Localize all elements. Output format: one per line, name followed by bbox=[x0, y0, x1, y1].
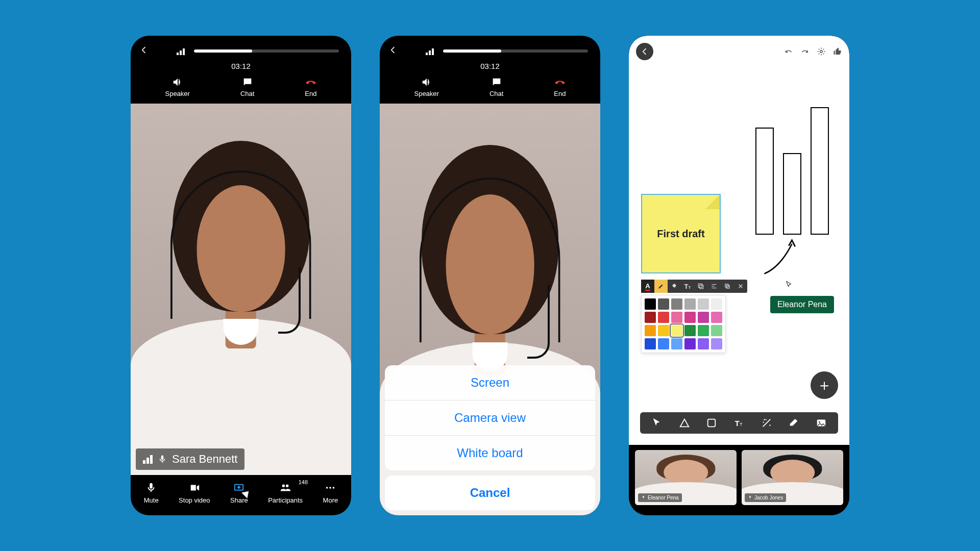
color-swatch[interactable] bbox=[658, 325, 669, 336]
redo-icon[interactable] bbox=[800, 47, 810, 56]
color-swatch[interactable] bbox=[671, 338, 682, 349]
select-tool-icon[interactable] bbox=[651, 417, 663, 429]
layer-button[interactable] bbox=[721, 280, 734, 293]
thumbs-up-icon[interactable] bbox=[833, 47, 842, 56]
text-tool-icon[interactable]: TT bbox=[733, 417, 745, 429]
shape-triangle-icon[interactable] bbox=[679, 417, 690, 429]
call-topbar bbox=[380, 36, 600, 60]
color-swatch[interactable] bbox=[671, 298, 682, 310]
chat-button[interactable]: Chat bbox=[489, 77, 503, 97]
end-label: End bbox=[305, 90, 316, 97]
color-swatch[interactable] bbox=[711, 338, 722, 349]
color-swatch[interactable] bbox=[711, 298, 722, 310]
copy-button[interactable] bbox=[694, 280, 707, 293]
color-swatch[interactable] bbox=[698, 312, 709, 323]
remote-user-label: Eleanor Pena bbox=[770, 296, 834, 313]
more-icon bbox=[325, 482, 336, 493]
signal-icon bbox=[426, 47, 434, 55]
color-swatch[interactable] bbox=[645, 338, 656, 349]
chat-button[interactable]: Chat bbox=[240, 77, 254, 97]
color-swatch[interactable] bbox=[698, 325, 709, 336]
settings-icon[interactable] bbox=[817, 47, 826, 56]
share-cancel-button[interactable]: Cancel bbox=[385, 475, 595, 510]
signal-icon bbox=[177, 47, 185, 55]
text-format-toolbar: A TT bbox=[641, 280, 747, 293]
thumb-name: Jacob Jones bbox=[754, 495, 783, 500]
end-call-button[interactable]: End bbox=[305, 77, 316, 97]
mic-icon bbox=[158, 455, 167, 464]
svg-text:T: T bbox=[735, 419, 740, 428]
participants-button[interactable]: 148 Participants bbox=[268, 482, 303, 504]
participants-count-badge: 148 bbox=[299, 479, 308, 485]
sticky-note[interactable]: First draft bbox=[641, 194, 721, 273]
phone-call-main: 03:12 Speaker Chat End Sara Bennett Mute bbox=[131, 36, 351, 515]
sketch-arrow[interactable] bbox=[757, 235, 803, 281]
color-swatch[interactable] bbox=[671, 312, 682, 323]
share-action-sheet: Screen Camera view White board Cancel bbox=[380, 104, 600, 515]
undo-icon[interactable] bbox=[784, 47, 793, 56]
call-progress[interactable] bbox=[443, 49, 588, 53]
sketch-bars[interactable] bbox=[755, 107, 829, 235]
speaker-label: Speaker bbox=[414, 90, 438, 97]
participants-label: Participants bbox=[268, 496, 303, 504]
participant-thumb-2[interactable]: Jacob Jones bbox=[742, 450, 843, 505]
back-button[interactable] bbox=[138, 45, 150, 57]
end-call-button[interactable]: End bbox=[554, 77, 566, 97]
color-swatch[interactable] bbox=[658, 312, 669, 323]
color-swatch[interactable] bbox=[711, 312, 722, 323]
color-swatch[interactable] bbox=[684, 298, 696, 310]
mic-icon bbox=[145, 482, 157, 493]
speaker-button[interactable]: Speaker bbox=[165, 77, 189, 97]
color-swatch[interactable] bbox=[645, 325, 656, 336]
whiteboard-canvas[interactable]: First draft A TT Eleanor Pena ＋ T bbox=[629, 36, 849, 445]
add-element-fab[interactable]: ＋ bbox=[811, 371, 838, 399]
more-button[interactable]: More bbox=[323, 482, 338, 504]
call-timer: 03:12 bbox=[131, 62, 351, 70]
text-size-button[interactable]: TT bbox=[681, 280, 694, 293]
magic-tool-icon[interactable] bbox=[761, 417, 772, 429]
share-screen-option[interactable]: Screen bbox=[385, 365, 595, 400]
eraser-tool-icon[interactable] bbox=[788, 417, 799, 429]
fill-button[interactable] bbox=[668, 280, 681, 293]
share-camera-option[interactable]: Camera view bbox=[385, 400, 595, 435]
highlight-button[interactable] bbox=[654, 280, 668, 293]
color-swatch[interactable] bbox=[684, 312, 696, 323]
close-format-button[interactable] bbox=[734, 280, 747, 293]
participant-thumb-1[interactable]: Eleanor Pena bbox=[635, 450, 737, 505]
color-swatch[interactable] bbox=[684, 325, 696, 336]
color-swatch[interactable] bbox=[684, 338, 696, 349]
call-top-actions: Speaker Chat End bbox=[131, 73, 351, 104]
color-swatch[interactable] bbox=[698, 298, 709, 310]
whiteboard-top-actions bbox=[784, 47, 842, 56]
text-color-button[interactable]: A bbox=[641, 280, 654, 293]
color-swatch[interactable] bbox=[671, 325, 682, 336]
svg-point-2 bbox=[330, 487, 332, 489]
call-progress[interactable] bbox=[194, 49, 339, 53]
speaker-button[interactable]: Speaker bbox=[414, 77, 438, 97]
color-swatch[interactable] bbox=[658, 338, 669, 349]
chat-label: Chat bbox=[489, 90, 503, 97]
share-button[interactable]: Share bbox=[230, 482, 248, 504]
color-swatch[interactable] bbox=[645, 312, 656, 323]
sticky-tool-icon[interactable] bbox=[706, 417, 717, 429]
align-button[interactable] bbox=[707, 280, 721, 293]
audio-level-icon bbox=[143, 455, 153, 464]
color-swatch[interactable] bbox=[645, 298, 656, 310]
svg-point-4 bbox=[820, 51, 823, 53]
whiteboard-toolbar: TT bbox=[640, 412, 838, 434]
mic-icon bbox=[748, 495, 752, 500]
color-swatch[interactable] bbox=[698, 338, 709, 349]
remote-video-placeholder bbox=[131, 104, 351, 475]
remote-video: Sara Bennett bbox=[131, 104, 351, 475]
whiteboard-back-button[interactable] bbox=[636, 43, 653, 60]
stop-video-button[interactable]: Stop video bbox=[179, 482, 210, 504]
mute-button[interactable]: Mute bbox=[144, 482, 159, 504]
phone-whiteboard: First draft A TT Eleanor Pena ＋ T bbox=[629, 36, 849, 515]
image-tool-icon[interactable] bbox=[816, 417, 827, 429]
video-icon bbox=[189, 482, 200, 493]
back-button[interactable] bbox=[387, 45, 399, 57]
color-swatch[interactable] bbox=[658, 298, 669, 310]
stop-video-label: Stop video bbox=[179, 496, 210, 504]
color-swatch[interactable] bbox=[711, 325, 722, 336]
share-whiteboard-option[interactable]: White board bbox=[385, 435, 595, 470]
